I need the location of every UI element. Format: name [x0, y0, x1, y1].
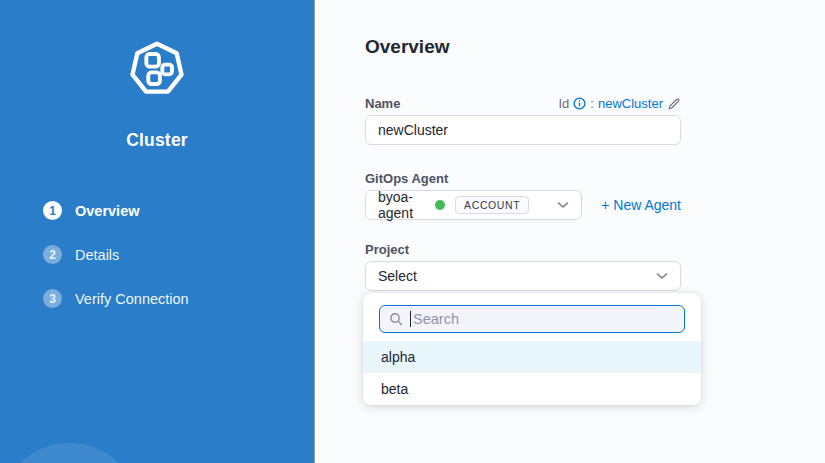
step-details[interactable]: 2 Details — [43, 245, 314, 264]
scope-badge: ACCOUNT — [455, 196, 529, 215]
project-label: Project — [365, 242, 409, 257]
info-icon[interactable] — [573, 97, 586, 110]
agent-field-group: GitOps Agent byoa-agent ACCOUNT + New Ag… — [365, 171, 681, 220]
identifier-row: Id : newCluster — [559, 96, 682, 111]
name-label: Name — [365, 96, 400, 111]
project-dropdown-popover: alpha beta — [363, 293, 701, 405]
dropdown-search-box[interactable] — [379, 305, 685, 333]
step-overview[interactable]: 1 Overview — [43, 201, 314, 220]
wizard-title: Cluster — [0, 130, 314, 151]
id-value-link[interactable]: newCluster — [598, 96, 663, 111]
search-icon — [389, 312, 403, 326]
gitops-agent-label: GitOps Agent — [365, 171, 448, 186]
wizard-sidebar: Cluster 1 Overview 2 Details 3 Verify Co… — [0, 0, 315, 463]
decorative-circle — [0, 443, 141, 463]
id-label: Id — [559, 96, 570, 111]
agent-select[interactable]: byoa-agent ACCOUNT — [365, 190, 582, 220]
step-label: Overview — [75, 203, 140, 219]
dropdown-search-input[interactable] — [410, 311, 675, 327]
step-label: Details — [75, 247, 119, 263]
cluster-logo — [0, 38, 314, 104]
project-option-beta[interactable]: beta — [363, 373, 701, 405]
new-agent-button[interactable]: + New Agent — [601, 197, 681, 213]
page-title: Overview — [365, 36, 825, 58]
name-field-group: Name Id : newCluster — [365, 96, 681, 145]
step-verify-connection[interactable]: 3 Verify Connection — [43, 289, 314, 308]
edit-pencil-icon[interactable] — [667, 97, 681, 111]
project-option-alpha[interactable]: alpha — [363, 341, 701, 373]
overview-step-panel: Overview Name Id : newCluster — [315, 0, 825, 463]
health-status-dot — [435, 200, 445, 210]
project-field-group: Project Select — [365, 242, 681, 291]
wizard-steps: 1 Overview 2 Details 3 Verify Connection — [43, 201, 314, 308]
step-label: Verify Connection — [75, 291, 189, 307]
cluster-hexagon-icon — [126, 38, 188, 104]
step-number-badge: 3 — [43, 289, 62, 308]
step-number-badge: 1 — [43, 201, 62, 220]
project-select[interactable]: Select — [365, 261, 681, 291]
chevron-down-icon — [557, 201, 569, 209]
step-number-badge: 2 — [43, 245, 62, 264]
chevron-down-icon — [656, 272, 668, 280]
project-select-value: Select — [378, 268, 656, 284]
agent-select-value: byoa-agent — [378, 189, 435, 221]
project-option-list: alpha beta — [363, 341, 701, 405]
id-separator: : — [590, 96, 594, 111]
name-input[interactable] — [365, 115, 681, 145]
